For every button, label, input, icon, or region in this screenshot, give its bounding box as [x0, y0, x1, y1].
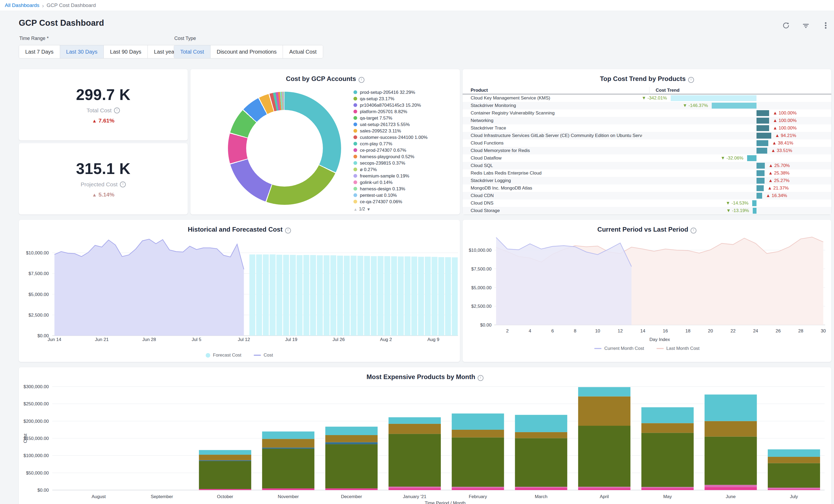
historical-forecast-chart[interactable]: $10,000.00$7,500.00$5,000.00$2,500.00$0.… — [19, 220, 460, 362]
cost-trend-cell: ▼ -146.37% — [649, 102, 831, 109]
donut-legend-item[interactable]: ce-qa-274307 0.06% — [353, 199, 455, 204]
svg-text:April: April — [600, 494, 609, 499]
legend-item[interactable]: Last Month Cost — [657, 346, 700, 351]
legend-label: freemium-sample 0.19% — [360, 173, 409, 179]
breadcrumb-all-dashboards-link[interactable]: All Dashboards — [5, 2, 39, 8]
breadcrumb-current: GCP Cost Dashboard — [47, 2, 96, 8]
table-row[interactable]: Cloud Infrastructure Services GitLab Ser… — [463, 132, 831, 139]
legend-swatch-icon — [353, 200, 357, 203]
table-row[interactable]: Cloud Functions▲ 38.41% — [463, 139, 831, 147]
refresh-icon[interactable] — [782, 21, 790, 29]
trend-value: ▼ -342.01% — [642, 94, 667, 102]
cost-type-label: Cost Type — [174, 36, 196, 41]
cost-trend-column-header[interactable]: Cost Trend — [656, 87, 680, 94]
legend-page-up-icon[interactable]: ▲ — [353, 207, 357, 212]
ct-option-discount-and-promotions[interactable]: Discount and Promotions — [211, 45, 283, 58]
donut-legend-item[interactable]: secops-239815 0.37% — [353, 160, 455, 166]
info-icon[interactable]: i — [688, 77, 694, 83]
legend-label: pr10406a87045145c3 15.20% — [360, 103, 421, 108]
legend-item[interactable]: Forecast Cost — [206, 353, 241, 358]
cost-trend-cell: ▼ -342.01% — [649, 94, 831, 102]
legend-page-down-icon[interactable]: ▼ — [367, 207, 371, 212]
donut-legend-item[interactable]: sales-209522 3.11% — [353, 128, 455, 134]
donut-legend-item[interactable]: qa-setup 23.17% — [353, 96, 455, 102]
donut-legend-item[interactable]: pentest-uat 0.10% — [353, 193, 455, 198]
svg-text:February: February — [469, 494, 487, 499]
svg-text:$5,000.00: $5,000.00 — [28, 292, 49, 297]
donut-legend-item[interactable]: freemium-sample 0.19% — [353, 173, 455, 179]
tr-option-last-7-days[interactable]: Last 7 Days — [19, 45, 60, 58]
tr-option-last-90-days[interactable]: Last 90 Days — [104, 45, 148, 58]
table-row[interactable]: Cloud SQL▲ 25.70% — [463, 162, 831, 170]
donut-legend-item[interactable]: ccm-play 0.77% — [353, 141, 455, 147]
donut-legend: prod-setup-205416 32.29%qa-setup 23.17%p… — [353, 90, 455, 212]
table-row[interactable]: Cloud DNS▼ -14.53% — [463, 199, 831, 207]
table-row[interactable]: Stackdriver Trace▲ 100.00% — [463, 124, 831, 132]
trend-bar — [756, 133, 771, 138]
donut-legend-item[interactable]: qa-target 7.57% — [353, 115, 455, 121]
kebab-menu-icon[interactable] — [822, 21, 830, 29]
table-row[interactable]: Container Registry Vulnerability Scannin… — [463, 109, 831, 117]
legend-swatch-icon — [353, 155, 357, 158]
table-row[interactable]: Cloud Dataflow▼ -32.06% — [463, 154, 831, 162]
table-row[interactable]: Cloud CDN▲ 16.34% — [463, 192, 831, 199]
table-row[interactable]: Networking▲ 100.00% — [463, 117, 831, 124]
table-row[interactable]: MongoDB Inc. MongoDB Atlas▲ 21.37% — [463, 184, 831, 192]
donut-legend-item[interactable]: ce-prod-274307 0.67% — [353, 148, 455, 153]
up-arrow-icon: ▲ — [92, 192, 97, 198]
table-row[interactable]: Cloud Key Management Service (KMS)▼ -342… — [463, 94, 831, 102]
donut-legend-item[interactable]: uat-setup-261723 5.55% — [353, 122, 455, 127]
legend-line-icon — [594, 348, 601, 349]
legend-item[interactable]: Cost — [254, 353, 273, 358]
donut-legend-item[interactable]: platform-205701 8.82% — [353, 109, 455, 114]
product-name: Redis Labs Redis Enterprise Cloud — [470, 170, 642, 177]
cost-trend-cell: ▲ 100.00% — [649, 109, 831, 117]
table-row[interactable]: Cloud Memorystore for Redis▲ 33.51% — [463, 147, 831, 154]
svg-text:14: 14 — [640, 328, 645, 333]
donut-legend-item[interactable]: harness-design 0.13% — [353, 186, 455, 192]
ct-option-actual-cost[interactable]: Actual Cost — [283, 45, 323, 58]
donut-legend-item[interactable]: harness-playground 0.52% — [353, 154, 455, 159]
info-icon[interactable]: i — [114, 108, 120, 113]
legend-swatch-icon — [353, 148, 357, 152]
info-icon[interactable]: i — [358, 77, 365, 83]
total-cost-value: 299.7 K — [76, 86, 130, 104]
legend-swatch-icon — [353, 90, 357, 94]
monthly-products-chart[interactable]: $0.00$50,000.00$100,000.00$150,000.00$20… — [19, 367, 831, 504]
legend-label: Forecast Cost — [213, 353, 241, 358]
info-icon[interactable]: i — [120, 181, 126, 188]
trend-value: ▼ -13.19% — [726, 207, 749, 215]
donut-legend-item[interactable]: golink-url 0.14% — [353, 180, 455, 185]
table-row[interactable]: Stackdriver Monitoring▼ -146.37% — [463, 102, 831, 109]
filter-icon[interactable] — [802, 21, 810, 29]
svg-text:$7,500.00: $7,500.00 — [471, 266, 491, 271]
legend-swatch-icon — [353, 116, 357, 120]
time-range-segmented-control: Last 7 DaysLast 30 DaysLast 90 DaysLast … — [19, 45, 182, 59]
donut-legend-item[interactable]: customer-success-244100 1.00% — [353, 135, 455, 140]
donut-legend-item[interactable]: prod-setup-205416 32.29% — [353, 90, 455, 95]
cost-trend-cell: ▲ 25.70% — [649, 162, 831, 170]
table-row[interactable]: Cloud Storage▼ -13.19% — [463, 207, 831, 215]
cost-trend-cell: ▲ 25.38% — [649, 170, 831, 177]
trend-value: ▼ -14.53% — [726, 199, 748, 207]
period-compare-chart[interactable]: $10,000.00$7,500.00$5,000.00$2,500.00$0.… — [463, 220, 831, 362]
legend-item[interactable]: Current Month Cost — [594, 346, 644, 351]
legend-label: secops-239815 0.37% — [360, 160, 405, 166]
donut-legend-item[interactable]: pr10406a87045145c3 15.20% — [353, 103, 455, 108]
trend-bar — [756, 148, 767, 154]
tr-option-last-30-days[interactable]: Last 30 Days — [60, 45, 104, 58]
historical-forecast-card: Historical and Forecasted Costi $10,000.… — [19, 220, 460, 362]
table-row[interactable]: Redis Labs Redis Enterprise Cloud▲ 25.38… — [463, 170, 831, 177]
product-name: Networking — [470, 117, 642, 124]
gcp-accounts-donut-chart[interactable] — [228, 92, 341, 205]
trend-value: ▲ 100.00% — [773, 117, 797, 124]
ct-option-total-cost[interactable]: Total Cost — [174, 45, 211, 58]
cost-trend-cell: ▲ 16.34% — [649, 192, 831, 199]
product-name: Cloud Memorystore for Redis — [470, 147, 642, 154]
product-column-header[interactable]: Product — [470, 87, 488, 94]
donut-legend-item[interactable]: ø 0.27% — [353, 167, 455, 172]
trend-bar — [756, 118, 769, 124]
table-row[interactable]: Stackdriver Logging▲ 25.27% — [463, 177, 831, 184]
trend-value: ▲ 25.70% — [769, 162, 790, 170]
time-range-label: Time Range * — [19, 36, 48, 41]
